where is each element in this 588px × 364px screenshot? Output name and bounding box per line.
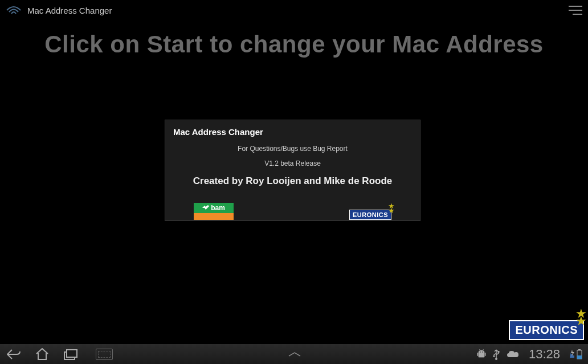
clock[interactable]: 13:28 <box>529 347 560 362</box>
svg-rect-5 <box>485 353 486 356</box>
back-button[interactable] <box>6 348 22 361</box>
dialog-version-text: V1.2 beta Release <box>173 159 412 167</box>
svg-point-3 <box>482 351 483 353</box>
euronics-logo-small: ★★ EURONICS <box>349 210 391 220</box>
dialog-title: Mac Address Changer <box>173 127 412 137</box>
home-button[interactable] <box>34 348 50 361</box>
dialog-bugreport-text: For Questions/Bugs use Bug Report <box>173 145 412 153</box>
svg-rect-1 <box>67 350 77 357</box>
about-dialog: Mac Address Changer For Questions/Bugs u… <box>165 120 420 221</box>
svg-point-8 <box>493 355 495 357</box>
app-title: Mac Address Changer <box>27 6 112 15</box>
expand-up-icon[interactable] <box>287 348 303 361</box>
android-icon <box>477 349 486 359</box>
svg-rect-4 <box>477 353 478 356</box>
battery-status <box>570 349 582 359</box>
usb-icon <box>493 349 500 360</box>
svg-rect-11 <box>577 355 582 359</box>
recent-apps-button[interactable] <box>63 348 79 361</box>
svg-point-6 <box>495 358 497 360</box>
dialog-credits: Created by Roy Looijen and Mike de Roode <box>173 175 412 187</box>
menu-icon[interactable] <box>569 5 582 16</box>
bam-logo: bam <box>194 203 234 220</box>
cloud-icon <box>507 350 519 358</box>
page-headline: Click on Start to change your Mac Addres… <box>0 31 588 58</box>
bam-logo-text: bam <box>211 204 225 212</box>
euronics-watermark-text: EURONICS <box>509 320 584 340</box>
dialog-logo-row: bam ★★ EURONICS <box>165 203 420 220</box>
svg-point-2 <box>480 351 481 353</box>
wifi-icon <box>6 5 22 16</box>
top-status-bar: Mac Address Changer <box>0 0 588 21</box>
screenshot-button[interactable] <box>96 349 113 360</box>
battery-icon <box>577 349 582 359</box>
signal-icon <box>570 350 575 359</box>
navigation-bar: 13:28 <box>0 343 588 364</box>
euronics-logo-text: EURONICS <box>349 210 391 220</box>
euronics-watermark: ★★ EURONICS <box>509 320 584 340</box>
svg-rect-7 <box>497 351 499 353</box>
